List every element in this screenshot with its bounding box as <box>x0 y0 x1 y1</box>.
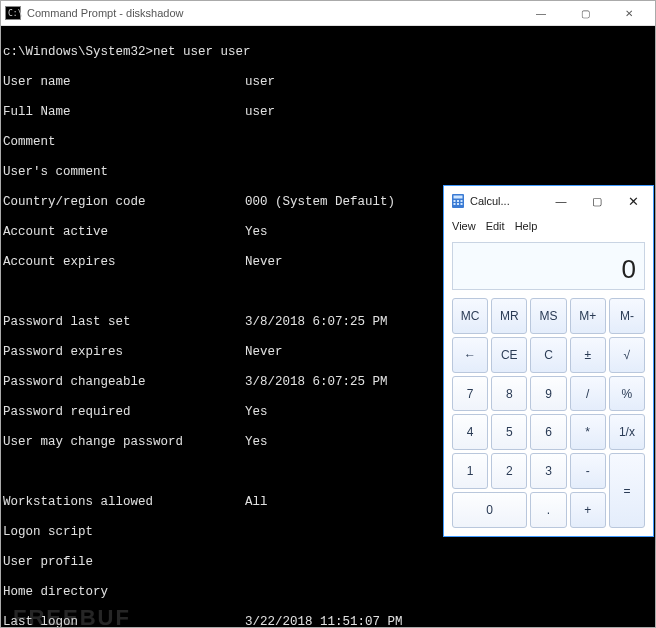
svg-rect-7 <box>461 203 463 205</box>
minimize-button[interactable]: — <box>519 1 563 26</box>
value-pwd-changeable: 3/8/2018 6:07:25 PM <box>245 375 388 389</box>
calculator-icon <box>450 193 466 209</box>
calc-title: Calcul... <box>470 195 543 207</box>
cmd-window-controls: — ▢ ✕ <box>519 1 651 26</box>
btn-add[interactable]: + <box>570 492 606 528</box>
cmd-titlebar[interactable]: C:\ Command Prompt - diskshadow — ▢ ✕ <box>1 1 655 26</box>
calc-close-button[interactable]: ✕ <box>615 187 651 215</box>
btn-mplus[interactable]: M+ <box>570 298 606 334</box>
btn-9[interactable]: 9 <box>530 376 566 412</box>
btn-4[interactable]: 4 <box>452 414 488 450</box>
btn-multiply[interactable]: * <box>570 414 606 450</box>
calc-maximize-button[interactable]: ▢ <box>579 187 615 215</box>
btn-divide[interactable]: / <box>570 376 606 412</box>
svg-rect-3 <box>457 200 459 202</box>
btn-subtract[interactable]: - <box>570 453 606 489</box>
btn-percent[interactable]: % <box>609 376 645 412</box>
svg-rect-6 <box>457 203 459 205</box>
label-users-comment: User's comment <box>3 165 245 180</box>
btn-c[interactable]: C <box>530 337 566 373</box>
btn-0[interactable]: 0 <box>452 492 527 528</box>
svg-rect-1 <box>454 196 463 199</box>
label-logon-script: Logon script <box>3 525 245 540</box>
maximize-button[interactable]: ▢ <box>563 1 607 26</box>
label-full-name: Full Name <box>3 105 245 120</box>
label-workstations: Workstations allowed <box>3 495 245 510</box>
btn-ms[interactable]: MS <box>530 298 566 334</box>
label-country: Country/region code <box>3 195 245 210</box>
label-pwd-last-set: Password last set <box>3 315 245 330</box>
btn-backspace[interactable]: ← <box>452 337 488 373</box>
svg-rect-2 <box>454 200 456 202</box>
value-country: 000 (System Default) <box>245 195 395 209</box>
calc-titlebar[interactable]: Calcul... — ▢ ✕ <box>444 186 653 216</box>
label-user-name: User name <box>3 75 245 90</box>
btn-plus-minus[interactable]: ± <box>570 337 606 373</box>
btn-6[interactable]: 6 <box>530 414 566 450</box>
btn-mr[interactable]: MR <box>491 298 527 334</box>
btn-8[interactable]: 8 <box>491 376 527 412</box>
value-account-expires: Never <box>245 255 283 269</box>
btn-sqrt[interactable]: √ <box>609 337 645 373</box>
btn-2[interactable]: 2 <box>491 453 527 489</box>
btn-5[interactable]: 5 <box>491 414 527 450</box>
prompt-path: c:\Windows\System32> <box>3 45 153 59</box>
btn-3[interactable]: 3 <box>530 453 566 489</box>
btn-ce[interactable]: CE <box>491 337 527 373</box>
label-comment: Comment <box>3 135 245 150</box>
menu-edit[interactable]: Edit <box>486 220 505 232</box>
btn-mc[interactable]: MC <box>452 298 488 334</box>
value-user-may-change: Yes <box>245 435 268 449</box>
value-pwd-required: Yes <box>245 405 268 419</box>
btn-mminus[interactable]: M- <box>609 298 645 334</box>
label-pwd-required: Password required <box>3 405 245 420</box>
calc-display: 0 <box>452 242 645 290</box>
label-pwd-expires: Password expires <box>3 345 245 360</box>
btn-equals[interactable]: = <box>609 453 645 528</box>
value-pwd-last-set: 3/8/2018 6:07:25 PM <box>245 315 388 329</box>
menu-view[interactable]: View <box>452 220 476 232</box>
cmd-title: Command Prompt - diskshadow <box>27 7 519 19</box>
btn-decimal[interactable]: . <box>530 492 566 528</box>
svg-rect-5 <box>454 203 456 205</box>
label-account-expires: Account expires <box>3 255 245 270</box>
btn-reciprocal[interactable]: 1/x <box>609 414 645 450</box>
menu-help[interactable]: Help <box>515 220 538 232</box>
label-pwd-changeable: Password changeable <box>3 375 245 390</box>
label-last-logon: Last logon <box>3 615 245 627</box>
label-home-dir: Home directory <box>3 585 245 600</box>
label-user-may-change: User may change password <box>3 435 245 450</box>
cmd-icon: C:\ <box>5 6 21 20</box>
calc-menu-bar: View Edit Help <box>444 216 653 236</box>
close-button[interactable]: ✕ <box>607 1 651 26</box>
calculator-window: Calcul... — ▢ ✕ View Edit Help 0 MC MR M… <box>443 185 654 537</box>
btn-1[interactable]: 1 <box>452 453 488 489</box>
value-full-name: user <box>245 105 275 119</box>
btn-7[interactable]: 7 <box>452 376 488 412</box>
value-workstations: All <box>245 495 268 509</box>
value-account-active: Yes <box>245 225 268 239</box>
label-user-profile: User profile <box>3 555 245 570</box>
value-pwd-expires: Never <box>245 345 283 359</box>
calc-window-controls: — ▢ ✕ <box>543 187 651 215</box>
value-user-name: user <box>245 75 275 89</box>
calc-minimize-button[interactable]: — <box>543 187 579 215</box>
cmd-net-user: net user user <box>153 45 251 59</box>
svg-rect-4 <box>461 200 463 202</box>
label-account-active: Account active <box>3 225 245 240</box>
calc-keypad: MC MR MS M+ M- ← CE C ± √ 7 8 9 / % 4 5 … <box>444 294 653 536</box>
value-last-logon: 3/22/2018 11:51:07 PM <box>245 615 403 627</box>
